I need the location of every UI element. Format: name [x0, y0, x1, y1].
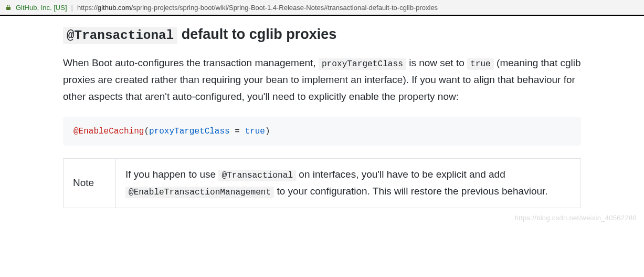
- table-row: Note If you happen to use @Transactional…: [64, 158, 581, 208]
- page-content: @Transactional default to cglib proxies …: [0, 16, 644, 224]
- site-identity: GitHub, Inc. [US]: [16, 4, 67, 12]
- code-block: @EnableCaching(proxyTargetClass = true): [63, 117, 581, 146]
- inline-code: true: [467, 58, 494, 70]
- note-body: If you happen to use @Transactional on i…: [116, 158, 581, 208]
- inline-code: @Transactional: [218, 170, 296, 181]
- intro-paragraph: When Boot auto-configures the transactio…: [63, 55, 581, 106]
- inline-code: @EnableTransactionManagement: [125, 187, 274, 198]
- watermark-text: https://blog.csdn.net/weixin_40562288: [515, 214, 637, 222]
- lock-icon: [5, 4, 12, 11]
- heading-text: default to cglib proxies: [177, 26, 336, 42]
- note-box: Note If you happen to use @Transactional…: [63, 158, 581, 208]
- inline-code: proxyTargetClass: [319, 58, 406, 70]
- note-label: Note: [64, 158, 116, 208]
- url-text: https://github.com/spring-projects/sprin…: [77, 4, 438, 12]
- heading-code: @Transactional: [63, 27, 177, 44]
- section-heading: @Transactional default to cglib proxies: [63, 25, 581, 44]
- browser-address-bar[interactable]: GitHub, Inc. [US] | https://github.com/s…: [0, 0, 644, 16]
- separator: |: [71, 4, 73, 12]
